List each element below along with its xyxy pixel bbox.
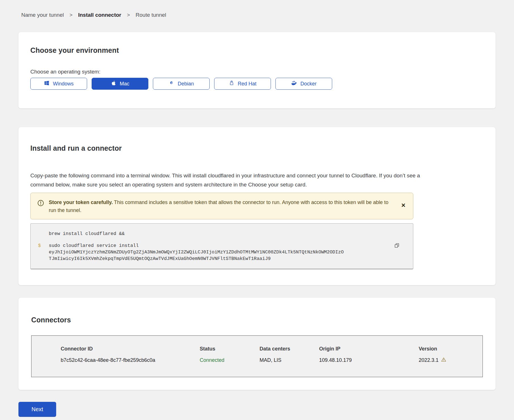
os-button-label: Docker	[300, 81, 317, 87]
os-button-label: Mac	[120, 81, 129, 87]
breadcrumb-step-install-connector[interactable]: Install connector	[78, 12, 121, 18]
choose-environment-card: Choose your environment Choose an operat…	[18, 32, 496, 108]
command-line-sudo: sudo cloudflared service install	[49, 242, 387, 249]
column-header-version: Version	[419, 346, 483, 352]
data-centers-value: MAD, LIS	[260, 357, 319, 363]
install-connector-card: Install and run a connector Copy-paste t…	[18, 127, 496, 285]
alert-circle-icon	[37, 199, 45, 209]
breadcrumb-separator: >	[127, 12, 130, 18]
next-button[interactable]: Next	[18, 402, 56, 417]
version-number: 2022.3.1	[419, 357, 439, 363]
connectors-table-header: Connector ID Status Data centers Origin …	[31, 336, 483, 352]
windows-icon	[44, 80, 50, 87]
token-warning-banner: Store your token carefully.This command …	[30, 193, 413, 219]
os-select-label: Choose an operating system:	[30, 69, 484, 75]
install-card-title: Install and run a connector	[30, 144, 484, 152]
status-badge: Connected	[200, 357, 260, 363]
command-line-brew: brew install cloudflared &&	[49, 230, 387, 237]
version-value: 2022.3.1	[419, 357, 483, 364]
debian-icon	[168, 80, 174, 87]
install-command-block: brew install cloudflared && $ sudo cloud…	[30, 223, 413, 269]
os-button-windows[interactable]: Windows	[30, 78, 87, 90]
install-description: Copy-paste the following command into a …	[30, 171, 427, 189]
column-header-status: Status	[200, 346, 260, 352]
origin-ip-value: 109.48.10.179	[319, 357, 419, 363]
token-line-1: eyJhIjoiOWM1YjczYzhmZGNmZDUyOTg2ZjA3NmJm…	[49, 249, 387, 255]
breadcrumb-step-route-tunnel[interactable]: Route tunnel	[136, 12, 166, 18]
copy-icon[interactable]	[393, 241, 401, 251]
column-header-origin-ip: Origin IP	[319, 346, 419, 352]
breadcrumb-step-name-your-tunnel[interactable]: Name your tunnel	[21, 12, 64, 18]
token-line-2: TJmIiwicyI6Ik5XVmhZekpqTmpVdE5UQmtOQzAwT…	[49, 255, 387, 262]
os-button-label: Red Hat	[238, 81, 256, 87]
column-header-connector-id: Connector ID	[61, 346, 200, 352]
breadcrumb: Name your tunnel > Install connector > R…	[21, 12, 493, 18]
connectors-table: Connector ID Status Data centers Origin …	[31, 335, 483, 377]
command-group: $ sudo cloudflared service install eyJhI…	[49, 242, 387, 262]
os-button-label: Debian	[178, 81, 194, 87]
os-button-redhat[interactable]: Red Hat	[214, 78, 271, 90]
connectors-card-title: Connectors	[31, 316, 483, 324]
os-button-debian[interactable]: Debian	[153, 78, 210, 90]
connectors-card: Connectors Connector ID Status Data cent…	[18, 298, 496, 390]
os-button-row: Windows Mac Debian Red Hat Docker	[30, 78, 484, 90]
breadcrumb-separator: >	[69, 12, 73, 18]
connector-id-value: b7c52c42-6caa-48ee-8c77-fbe259cb6c0a	[61, 357, 200, 363]
os-button-docker[interactable]: Docker	[275, 78, 332, 90]
close-icon[interactable]: ✕	[401, 203, 406, 208]
column-header-data-centers: Data centers	[260, 346, 319, 352]
os-button-mac[interactable]: Mac	[92, 78, 148, 90]
shell-prompt: $	[38, 242, 41, 249]
redhat-penguin-icon	[229, 80, 235, 87]
table-row: b7c52c42-6caa-48ee-8c77-fbe259cb6c0a Con…	[31, 352, 483, 377]
docker-whale-icon	[291, 80, 297, 88]
tunnel-setup-page: Name your tunnel > Install connector > R…	[0, 0, 514, 417]
warning-title: Store your token carefully.	[49, 200, 113, 205]
warning-triangle-icon[interactable]	[441, 357, 446, 364]
os-button-label: Windows	[53, 81, 73, 87]
apple-icon	[111, 80, 117, 87]
environment-card-title: Choose your environment	[30, 46, 484, 54]
